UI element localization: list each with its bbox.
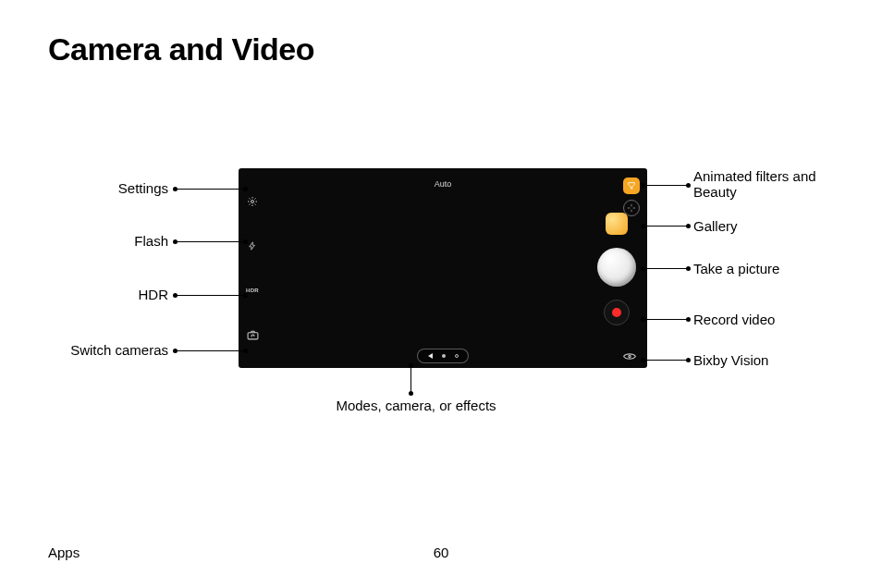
callout-endpoint (243, 187, 248, 191)
callout-endpoint (409, 363, 413, 368)
callout-settings: Settings (55, 180, 168, 196)
callout-endpoint (173, 187, 178, 191)
footer-page-number: 60 (434, 545, 449, 560)
pager-dot (455, 354, 459, 358)
pager-dot (442, 354, 446, 358)
flash-icon (248, 240, 257, 251)
mode-pager[interactable] (417, 349, 469, 363)
callout-line (643, 360, 688, 361)
callout-line (175, 241, 245, 242)
filter-beauty-group (623, 178, 640, 216)
callout-shutter: Take a picture (693, 261, 779, 276)
callout-endpoint (686, 224, 691, 228)
record-dot-icon (612, 308, 621, 317)
camera-screenshot: HDR Auto (239, 168, 647, 368)
gallery-button[interactable] (606, 213, 628, 235)
switch-camera-button[interactable] (244, 326, 261, 343)
camera-left-strip: HDR (239, 168, 266, 368)
callout-endpoint (243, 239, 248, 244)
callout-record: Record video (693, 312, 775, 327)
callout-bixby: Bixby Vision (693, 352, 768, 368)
callout-endpoint (641, 266, 645, 271)
callout-endpoint (409, 391, 413, 396)
callout-endpoint (686, 183, 691, 188)
callout-line (410, 365, 411, 393)
callout-line (175, 189, 245, 190)
shutter-button[interactable] (597, 248, 636, 287)
callout-line (175, 350, 245, 351)
callout-endpoint (243, 349, 248, 353)
filters-button[interactable] (623, 178, 640, 194)
callout-hdr: HDR (55, 287, 168, 302)
footer-section: Apps (48, 545, 80, 560)
callout-line (643, 319, 688, 320)
callout-line (175, 295, 245, 296)
svg-point-0 (251, 201, 254, 203)
camera-mode-label: Auto (435, 179, 452, 189)
page-title: Camera and Video (48, 31, 314, 67)
hdr-icon: HDR (246, 288, 259, 293)
callout-endpoint (641, 224, 645, 228)
svg-rect-1 (248, 332, 258, 338)
callout-endpoint (173, 239, 178, 244)
svg-point-2 (629, 355, 631, 357)
callout-modes: Modes, camera, or effects (314, 398, 518, 413)
settings-button[interactable] (244, 193, 261, 210)
callout-line (643, 226, 688, 227)
callout-endpoint (641, 358, 645, 362)
bixby-vision-button[interactable] (623, 352, 636, 361)
callout-endpoint (243, 293, 248, 298)
callout-endpoint (641, 183, 645, 188)
sparkle-icon (627, 203, 636, 213)
callout-endpoint (686, 317, 691, 322)
callout-endpoint (686, 266, 691, 271)
callout-line (643, 268, 688, 269)
callout-switch-cameras: Switch cameras (55, 342, 168, 358)
switch-camera-icon (247, 330, 259, 340)
gear-icon (247, 196, 258, 207)
record-button[interactable] (604, 300, 630, 325)
filters-icon (627, 181, 636, 190)
callout-endpoint (641, 317, 645, 322)
callout-endpoint (686, 358, 691, 362)
callout-flash: Flash (55, 233, 168, 249)
callout-endpoint (173, 293, 178, 298)
callout-line (643, 185, 688, 186)
callout-endpoint (173, 349, 178, 353)
callout-gallery: Gallery (693, 218, 738, 234)
callout-filters: Animated filters and Beauty (693, 168, 841, 200)
pager-left-indicator (428, 353, 433, 359)
camera-right-controls (594, 213, 640, 325)
